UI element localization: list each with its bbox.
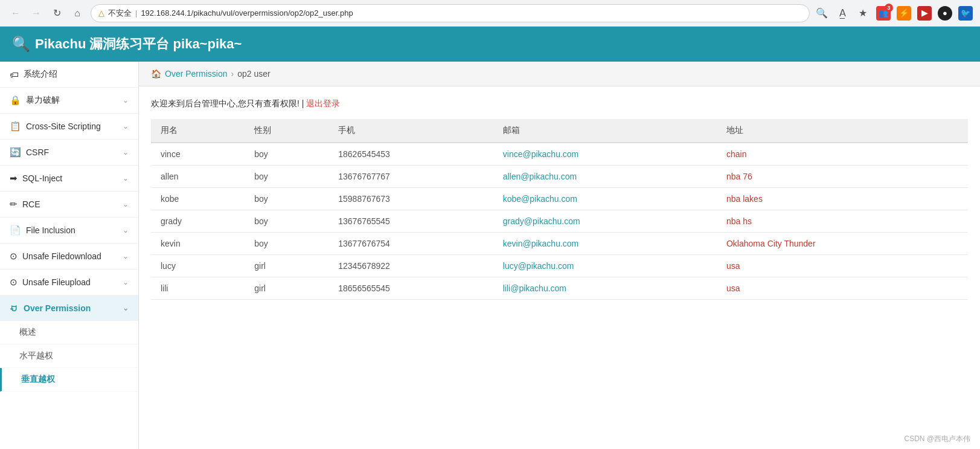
app-logo-icon: 🔍 — [12, 36, 30, 53]
ext-icon-3[interactable]: ▶ — [917, 6, 932, 21]
sidebar-item-filedl-left: ⊙ Unsafe Filedownload — [10, 251, 101, 262]
back-button[interactable]: ← — [7, 5, 24, 22]
sidebar-item-csrf[interactable]: 🔄 CSRF ⌄ — [0, 140, 138, 166]
chevron-down-icon-xss: ⌄ — [123, 122, 129, 131]
breadcrumb-parent-link[interactable]: Over Permission — [165, 69, 227, 79]
table-cell: lucy — [151, 255, 245, 277]
table-cell: usa — [717, 277, 968, 300]
table-cell: girl — [245, 277, 328, 300]
sidebar-item-csrf-left: 🔄 CSRF — [10, 147, 49, 158]
welcome-message: 欢迎来到后台管理中心,您只有查看权限! | 退出登录 — [151, 99, 968, 109]
sidebar-label-filedl: Unsafe Filedownload — [22, 251, 101, 261]
ext-icon-4[interactable]: ● — [938, 6, 952, 21]
sidebar-label-fileup: Unsafe Fileupload — [22, 277, 91, 287]
table-cell: 12345678922 — [328, 255, 493, 277]
browser-chrome: ← → ↻ ⌂ △ 不安全 | 192.168.244.1/pikachu/vu… — [0, 0, 980, 27]
sidebar-subitem-horizontal[interactable]: 水平越权 — [0, 344, 138, 368]
table-cell: boy — [245, 210, 328, 233]
chevron-down-icon-filedl: ⌄ — [123, 252, 129, 260]
col-address: 地址 — [717, 119, 968, 143]
table-cell: boy — [245, 166, 328, 188]
table-cell: boy — [245, 143, 328, 166]
table-cell: 18656565545 — [328, 277, 493, 300]
browser-action-icons: 🔍 A̲ ★ 3 👥 ⚡ ▶ ● 🐦 — [815, 6, 973, 21]
app-header: 🔍 Pikachu 漏洞练习平台 pika~pika~ — [0, 27, 980, 62]
url-text: 192.168.244.1/pikachu/vul/overpermission… — [141, 8, 353, 18]
sidebar-item-filedl[interactable]: ⊙ Unsafe Filedownload ⌄ — [0, 244, 138, 270]
table-cell: nba lakes — [717, 188, 968, 210]
col-gender: 性别 — [245, 119, 328, 143]
translate-icon[interactable]: A̲ — [835, 6, 850, 21]
table-cell: boy — [245, 188, 328, 210]
chevron-down-icon-rce: ⌄ — [123, 200, 129, 208]
sidebar-item-rce[interactable]: ✏ RCE ⌄ — [0, 192, 138, 218]
table-row: lucygirl12345678922lucy@pikachu.comusa — [151, 255, 968, 277]
table-cell: 13676765545 — [328, 210, 493, 233]
sidebar-item-fileinc-left: 📄 File Inclusion — [10, 225, 75, 236]
chevron-down-icon-fileup: ⌄ — [123, 278, 129, 286]
reload-button[interactable]: ↻ — [48, 5, 65, 22]
lock-icon: 🔒 — [10, 95, 21, 106]
sidebar-label-intro: 系统介绍 — [24, 69, 57, 80]
table-cell: kobe@pikachu.com — [493, 188, 717, 210]
footer-watermark: CSDN @西电卢本伟 — [904, 434, 970, 444]
sidebar-item-overperm[interactable]: ꀀ Over Permission ⌄ — [0, 296, 138, 321]
chevron-down-icon-overperm: ⌄ — [123, 304, 129, 312]
sidebar-item-fileinc[interactable]: 📄 File Inclusion ⌄ — [0, 218, 138, 244]
app-title: 🔍 Pikachu 漏洞练习平台 pika~pika~ — [12, 35, 242, 53]
tag-icon: 🏷 — [10, 69, 19, 80]
col-username: 用名 — [151, 119, 245, 143]
sidebar-label-sqli: SQL-Inject — [22, 173, 62, 183]
table-header-row: 用名 性别 手机 邮箱 地址 — [151, 119, 968, 143]
table-cell: chain — [717, 143, 968, 166]
security-warning-icon: △ — [98, 8, 104, 18]
table-cell: lili@pikachu.com — [493, 277, 717, 300]
sidebar-label-xss: Cross-Site Scripting — [26, 121, 101, 131]
table-cell: vince — [151, 143, 245, 166]
sidebar-item-intro[interactable]: 🏷 系统介绍 — [0, 62, 138, 88]
sidebar-item-intro-left: 🏷 系统介绍 — [10, 69, 57, 80]
sidebar-item-xss[interactable]: 📋 Cross-Site Scripting ⌄ — [0, 114, 138, 140]
sidebar-label-brute: 暴力破解 — [26, 95, 60, 106]
ext-icon-1[interactable]: 3 👥 — [876, 6, 891, 21]
sidebar-item-fileup[interactable]: ⊙ Unsafe Fileupload ⌄ — [0, 270, 138, 296]
sidebar-item-fileup-left: ⊙ Unsafe Fileupload — [10, 277, 91, 288]
logout-link[interactable]: 退出登录 — [306, 99, 340, 108]
address-separator: | — [135, 8, 137, 18]
sidebar-label-csrf: CSRF — [26, 147, 49, 157]
sidebar-item-brute[interactable]: 🔒 暴力破解 ⌄ — [0, 88, 138, 114]
pencil-icon: ✏ — [10, 199, 18, 210]
ext-icon-2[interactable]: ⚡ — [897, 6, 911, 21]
refresh-icon: 🔄 — [10, 147, 21, 158]
address-bar[interactable]: △ 不安全 | 192.168.244.1/pikachu/vul/overpe… — [91, 4, 810, 22]
table-cell: grady — [151, 210, 245, 233]
table-cell: 15988767673 — [328, 188, 493, 210]
search-icon[interactable]: 🔍 — [815, 6, 829, 21]
bookmark-icon[interactable]: ★ — [856, 6, 870, 21]
table-cell: boy — [245, 233, 328, 255]
sidebar-item-rce-left: ✏ RCE — [10, 199, 40, 210]
list-icon: 📋 — [10, 121, 21, 132]
col-phone: 手机 — [328, 119, 493, 143]
ext-icon-5[interactable]: 🐦 — [958, 6, 973, 21]
table-row: vinceboy18626545453vince@pikachu.comchai… — [151, 143, 968, 166]
sidebar-sub-label-horizontal: 水平越权 — [19, 350, 53, 360]
sidebar-sub-label-vertical: 垂直越权 — [21, 374, 55, 384]
table-cell: vince@pikachu.com — [493, 143, 717, 166]
browser-nav-buttons: ← → ↻ ⌂ — [7, 5, 86, 22]
sidebar-subitem-vertical[interactable]: 垂直越权 — [0, 368, 138, 392]
home-icon: 🏠 — [151, 69, 161, 79]
table-cell: lucy@pikachu.com — [493, 255, 717, 277]
forward-button[interactable]: → — [28, 5, 45, 22]
table-cell: nba hs — [717, 210, 968, 233]
sidebar-label-rce: RCE — [22, 199, 40, 209]
chevron-down-icon-fileinc: ⌄ — [123, 226, 129, 234]
table-row: kobeboy15988767673kobe@pikachu.comnba la… — [151, 188, 968, 210]
home-button[interactable]: ⌂ — [69, 5, 86, 22]
sidebar-item-sqli[interactable]: ➡ SQL-Inject ⌄ — [0, 166, 138, 192]
sidebar-subitem-overview[interactable]: 概述 — [0, 321, 138, 344]
table-cell: allen@pikachu.com — [493, 166, 717, 188]
app-title-text: Pikachu 漏洞练习平台 pika~pika~ — [35, 35, 242, 53]
sidebar-item-sqli-left: ➡ SQL-Inject — [10, 173, 62, 184]
chevron-down-icon-sqli: ⌄ — [123, 174, 129, 183]
